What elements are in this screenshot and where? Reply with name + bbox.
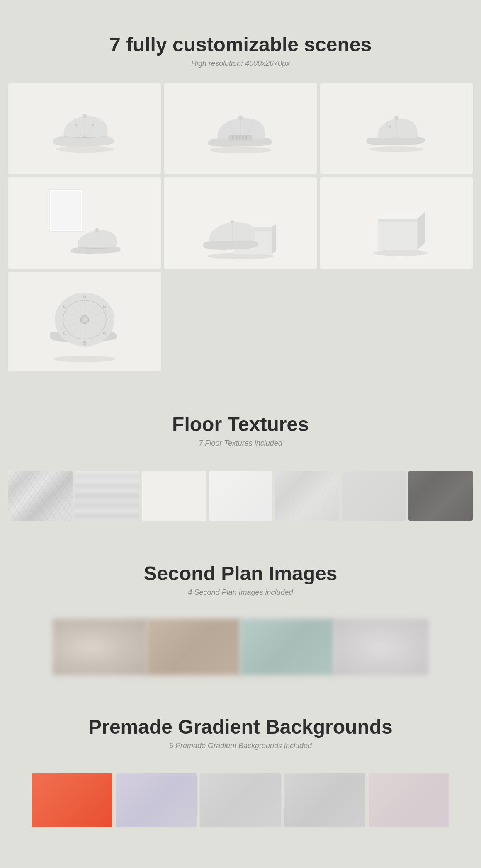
gradient-title: Premade Gradient Backgrounds <box>88 715 393 738</box>
svg-rect-6 <box>232 136 234 139</box>
box-only-svg <box>359 186 434 260</box>
floor-textures-section: Floor Textures 7 Floor Textures included <box>8 396 473 521</box>
hero-title: 7 fully customizable scenes <box>109 33 372 56</box>
texture-marble2 <box>275 471 339 521</box>
texture-marble <box>8 471 73 521</box>
texture-dark-concrete <box>408 471 473 521</box>
texture-grid <box>8 471 473 521</box>
texture-wood <box>75 471 139 521</box>
svg-point-29 <box>82 317 87 322</box>
second-plan-1 <box>53 619 148 676</box>
svg-point-4 <box>209 147 272 153</box>
second-plan-4 <box>334 619 429 676</box>
texture-white-plain <box>142 471 206 521</box>
svg-rect-7 <box>236 136 237 139</box>
svg-point-0 <box>56 146 114 153</box>
cap-box-svg <box>199 184 282 262</box>
mockup-cell-7 <box>8 272 161 371</box>
page-container: 7 fully customizable scenes High resolut… <box>0 0 481 868</box>
cap-topdown-svg <box>43 278 126 365</box>
second-plan-section: Second Plan Images 4 Second Plan Images … <box>8 546 473 674</box>
gradient-lavender <box>116 773 197 827</box>
gradient-subtitle: 5 Premade Gradient Backgrounds included <box>169 742 312 750</box>
svg-rect-25 <box>378 219 417 222</box>
texture-white2 <box>209 471 273 521</box>
svg-rect-8 <box>239 136 240 139</box>
second-plan-grid <box>55 620 426 674</box>
svg-point-18 <box>95 228 99 232</box>
floor-textures-title: Floor Textures <box>172 413 309 436</box>
gradient-orange <box>32 773 112 827</box>
gradient-gray1 <box>200 773 281 827</box>
cap-back-svg <box>199 95 282 162</box>
second-plan-title: Second Plan Images <box>144 562 338 585</box>
second-plan-subtitle: 4 Second Plan Images included <box>188 588 293 597</box>
second-plan-3 <box>240 619 335 676</box>
mockup-cell-1 <box>8 83 161 174</box>
gradient-grid <box>32 773 449 827</box>
floor-textures-subtitle: 7 Floor Textures included <box>199 439 282 448</box>
gradient-gray2 <box>284 773 365 827</box>
mockup-grid <box>8 83 473 371</box>
svg-rect-10 <box>245 136 247 139</box>
gradient-section: Premade Gradient Backgrounds 5 Premade G… <box>8 699 473 827</box>
mockup-cell-2 <box>164 83 317 174</box>
cap-front-left-svg <box>47 95 122 162</box>
texture-light-plain <box>342 471 406 521</box>
svg-point-1 <box>83 114 87 118</box>
cap-frame-svg <box>43 184 126 262</box>
svg-rect-24 <box>378 219 417 250</box>
second-plan-2 <box>146 619 241 676</box>
hero-subtitle: High resolution: 4000x2670px <box>191 59 290 68</box>
cap-side-svg <box>359 95 434 162</box>
svg-point-12 <box>369 146 423 152</box>
mockup-cell-3 <box>320 83 473 174</box>
gradient-pink <box>369 773 449 827</box>
svg-point-11 <box>238 116 243 120</box>
svg-point-26 <box>53 356 116 362</box>
mockup-cell-4 <box>8 177 161 269</box>
mockup-cell-6 <box>320 177 473 269</box>
svg-point-13 <box>394 116 398 120</box>
svg-point-37 <box>83 342 87 345</box>
svg-point-23 <box>374 250 428 256</box>
mockup-cell-5 <box>164 177 317 269</box>
svg-rect-16 <box>51 191 81 230</box>
svg-point-22 <box>231 220 234 223</box>
svg-rect-9 <box>242 136 244 139</box>
